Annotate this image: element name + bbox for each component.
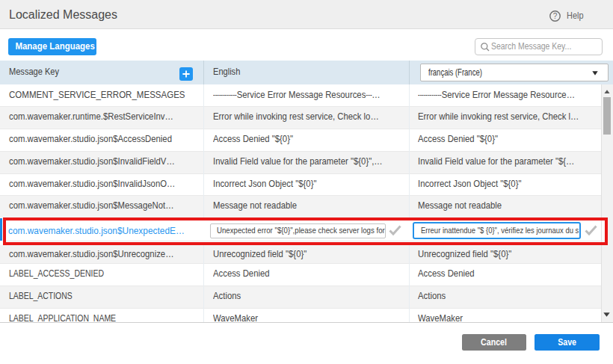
svg-text:?: ? [553, 12, 558, 20]
